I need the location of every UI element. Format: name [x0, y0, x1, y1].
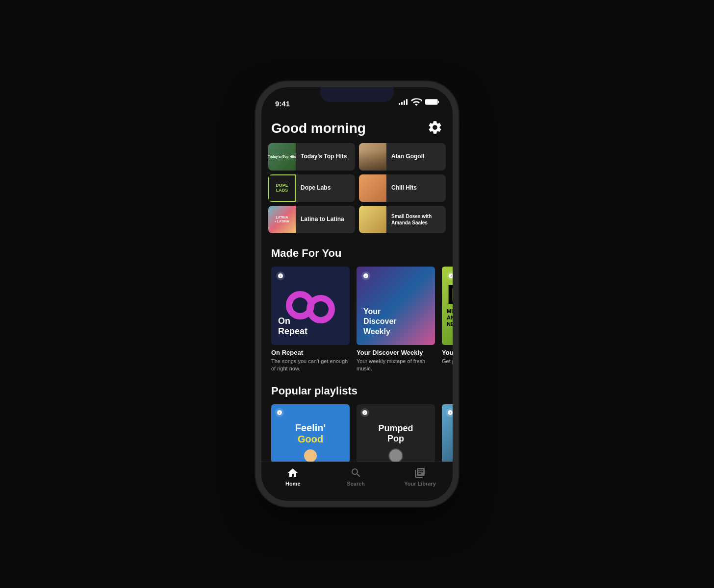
- daily-mix-card-desc: Get play: [442, 358, 453, 365]
- nav-item-library[interactable]: Your Library: [404, 467, 436, 487]
- quick-item-latina[interactable]: LATINA• LATINA Latina to Latina: [268, 206, 355, 233]
- discover-weekly-card-desc: Your weekly mixtape of fresh music.: [357, 358, 435, 373]
- quick-access-grid: Today's Top Hits Alan Gogoll DOPELABS Do…: [261, 143, 453, 237]
- feelin-good-text: Feelin'Good: [295, 422, 326, 445]
- page-title: Good morning: [271, 121, 366, 136]
- spotify-logo-on-repeat: ♪: [276, 271, 285, 280]
- thumb-feelin-good: ♪ Feelin'Good: [271, 404, 350, 463]
- thumb-dope-labs: DOPELABS: [268, 174, 296, 202]
- nav-label-search: Search: [347, 481, 365, 487]
- playlist-card-discover-weekly[interactable]: ♪ YourDiscoverWeekly Your Discover Weekl…: [357, 267, 435, 373]
- made-for-you-title: Made For You: [261, 237, 453, 267]
- quick-label-dope-labs: Dope Labs: [296, 184, 335, 192]
- status-time: 9:41: [275, 99, 290, 108]
- quick-label-latina: Latina to Latina: [296, 216, 349, 223]
- main-scroll-content[interactable]: Good morning Today's Top Hits: [261, 112, 453, 501]
- gear-icon: [427, 120, 443, 135]
- quick-item-alan-gogoll[interactable]: Alan Gogoll: [359, 143, 446, 171]
- thumb-alan-gogoll: [359, 143, 386, 171]
- svg-rect-1: [438, 101, 439, 103]
- thumb-discover-weekly: ♪ YourDiscoverWeekly: [357, 267, 435, 345]
- quick-label-small-doses: Small Doses with Amanda Saales: [386, 213, 446, 226]
- spotify-logo-pumped: ♪: [360, 408, 369, 417]
- thumb-third-popular: ♪: [442, 404, 453, 463]
- popular-card-third[interactable]: ♪: [442, 404, 453, 466]
- thumb-todays-top-hits: [268, 143, 296, 171]
- library-icon: [414, 467, 426, 479]
- feelin-good-avatars: [303, 448, 318, 463]
- wifi-icon: [410, 96, 422, 108]
- signal-bars-icon: [399, 99, 408, 105]
- popular-playlists-section: Popular playlists ♪ Feelin'Good: [261, 375, 453, 468]
- spotify-logo-daily: ♪: [447, 271, 453, 280]
- on-repeat-card-desc: The songs you can't get enough of right …: [271, 358, 350, 373]
- nav-item-home[interactable]: Home: [278, 467, 307, 487]
- popular-playlists-scroll[interactable]: ♪ Feelin'Good ♪: [261, 404, 453, 468]
- discover-weekly-card-title: Your Discover Weekly: [357, 349, 435, 356]
- home-icon: [287, 467, 299, 479]
- thumb-small-doses: [359, 206, 386, 233]
- thumb-pumped-pop: ♪ PumpedPop: [357, 404, 435, 463]
- quick-label-alan-gogoll: Alan Gogoll: [386, 153, 429, 161]
- battery-icon: [425, 98, 439, 105]
- daily-big-d: D: [447, 281, 453, 308]
- thumb-daily-mix: ♪ D MUANNE: [442, 267, 453, 345]
- daily-mix-card-title: Your: [442, 349, 453, 356]
- quick-item-dope-labs[interactable]: DOPELABS Dope Labs: [268, 174, 355, 202]
- quick-item-small-doses[interactable]: Small Doses with Amanda Saales: [359, 206, 446, 233]
- spotify-logo-third: ♪: [446, 408, 453, 417]
- nav-label-home: Home: [285, 481, 301, 487]
- loop-right-circle: [306, 295, 335, 323]
- playlist-card-daily-mix[interactable]: ♪ D MUANNE Your Get play: [442, 267, 453, 373]
- app-header: Good morning: [261, 112, 453, 143]
- popular-card-feelin-good[interactable]: ♪ Feelin'Good: [271, 404, 350, 466]
- thumb-latina: LATINA• LATINA: [268, 206, 296, 233]
- thumb-chill-hits: [359, 174, 386, 202]
- quick-item-chill-hits[interactable]: Chill Hits: [359, 174, 446, 202]
- pumped-pop-text: PumpedPop: [378, 423, 413, 444]
- popular-card-pumped-pop[interactable]: ♪ PumpedPop: [357, 404, 435, 466]
- playlist-card-on-repeat[interactable]: ♪ OnRepeat On Repeat The songs you can't…: [271, 267, 350, 373]
- nav-label-library: Your Library: [404, 481, 436, 487]
- made-for-you-scroll[interactable]: ♪ OnRepeat On Repeat The songs you can't…: [261, 267, 453, 375]
- settings-button[interactable]: [427, 120, 443, 137]
- phone-frame: 9:41 Good mornin: [261, 87, 453, 501]
- phone-notch: [320, 87, 394, 102]
- svg-rect-0: [425, 99, 438, 105]
- bottom-nav: Home Search Your Library: [261, 462, 453, 501]
- quick-item-todays-top-hits[interactable]: Today's Top Hits: [268, 143, 355, 171]
- made-for-you-section: Made For You ♪: [261, 237, 453, 375]
- nav-item-search[interactable]: Search: [341, 467, 371, 487]
- on-repeat-overlay-label: OnRepeat: [278, 316, 307, 337]
- daily-text-mu: MUANNE: [447, 308, 453, 328]
- on-repeat-card-title: On Repeat: [271, 349, 350, 356]
- search-icon: [350, 467, 362, 479]
- pumped-pop-avatar: [388, 448, 403, 463]
- quick-label-chill-hits: Chill Hits: [386, 184, 422, 192]
- spotify-logo-feelin: ♪: [275, 408, 284, 417]
- thumb-on-repeat: ♪ OnRepeat: [271, 267, 350, 345]
- popular-playlists-title: Popular playlists: [261, 375, 453, 404]
- quick-label-todays-top-hits: Today's Top Hits: [296, 153, 352, 161]
- discover-overlay-label: YourDiscoverWeekly: [363, 307, 397, 337]
- status-icons: [399, 96, 439, 108]
- phone-screen: 9:41 Good mornin: [261, 87, 453, 501]
- spotify-logo-discover: ♪: [361, 271, 370, 280]
